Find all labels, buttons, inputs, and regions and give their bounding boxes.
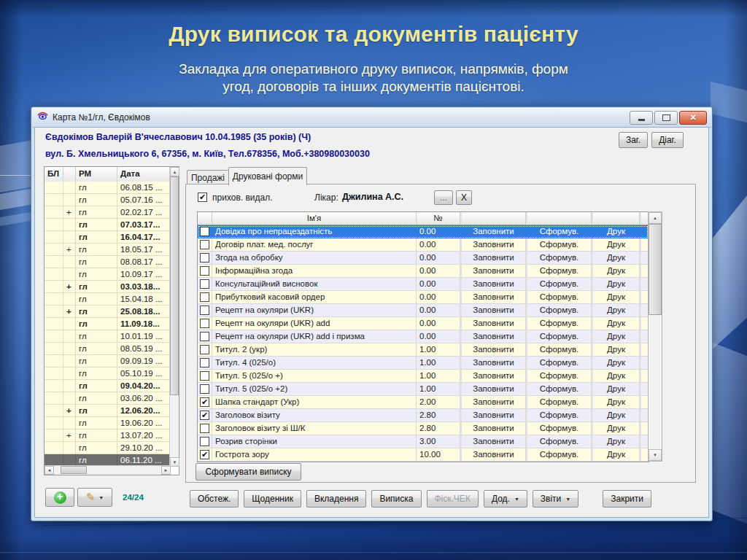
fill-button[interactable]: Заповнити xyxy=(460,357,526,370)
form-row[interactable]: Довідка про непрацездатність 0.00 Заповн… xyxy=(198,225,649,238)
generate-button[interactable]: Сформув. xyxy=(526,370,592,383)
print-button[interactable]: Друк xyxy=(592,383,640,396)
minimize-button[interactable] xyxy=(630,111,653,125)
visits-col-plus[interactable] xyxy=(63,167,76,182)
fill-button[interactable]: Заповнити xyxy=(460,383,526,396)
visits-col-bl[interactable]: БЛ xyxy=(44,167,63,182)
scrollbar-thumb[interactable] xyxy=(61,466,87,474)
fill-button[interactable]: Заповнити xyxy=(460,238,526,252)
scroll-up-icon[interactable]: ▲ xyxy=(170,167,179,176)
form-row[interactable]: Титул. 4 (025/о) 1.00 Заповнити Сформув.… xyxy=(198,357,649,370)
visit-row[interactable]: гл 29.10.20 ... xyxy=(44,442,171,454)
scroll-right-icon[interactable]: ► xyxy=(161,466,171,475)
scroll-down-icon[interactable]: ▼ xyxy=(649,449,662,461)
fill-button[interactable]: Заповнити xyxy=(460,435,526,448)
form-row[interactable]: Договір плат. мед. послуг 0.00 Заповнити… xyxy=(198,238,649,252)
scroll-up-icon[interactable]: ▲ xyxy=(649,212,662,224)
bottom-button[interactable]: Фіск.ЧЕК ▼ xyxy=(427,490,479,508)
fill-button[interactable]: Заповнити xyxy=(460,265,526,278)
form-row[interactable]: Консультаційний висновок 0.00 Заповнити … xyxy=(198,278,649,291)
generate-button[interactable]: Сформув. xyxy=(526,238,592,252)
generate-extract-button[interactable]: Сформувати виписку xyxy=(196,463,301,481)
generate-button[interactable]: Сформув. xyxy=(526,435,592,448)
scroll-down-icon[interactable]: ▼ xyxy=(170,457,179,467)
bottom-button[interactable]: Виписка ▼ xyxy=(371,490,421,508)
tab-print-forms[interactable]: Друковані форми xyxy=(228,167,307,185)
generate-button[interactable]: Сформув. xyxy=(526,252,592,265)
generate-button[interactable]: Сформув. xyxy=(526,278,592,291)
visit-row[interactable]: + гл 02.02.17 ... xyxy=(44,206,171,219)
print-button[interactable]: Друк xyxy=(592,330,640,343)
form-row[interactable]: Титул. 5 (025/о +) 1.00 Заповнити Сформу… xyxy=(198,370,649,383)
scrollbar-thumb[interactable] xyxy=(170,176,179,395)
generate-button[interactable]: Сформув. xyxy=(526,304,592,317)
visit-row[interactable]: + гл 18.05.17 ... xyxy=(44,244,171,256)
visit-row[interactable]: гл 16.04.17... xyxy=(44,231,171,244)
generate-button[interactable]: Сформув. xyxy=(526,330,592,343)
fill-button[interactable]: Заповнити xyxy=(460,278,526,291)
generate-button[interactable]: Сформув. xyxy=(526,409,592,422)
print-button[interactable]: Друк xyxy=(592,435,640,448)
visit-row[interactable]: гл 10.01.19 ... xyxy=(44,330,171,343)
visit-row[interactable]: гл 10.09.17 ... xyxy=(44,268,171,281)
scrollbar-thumb[interactable] xyxy=(649,224,662,315)
generate-button[interactable]: Сформув. xyxy=(526,396,592,409)
print-button[interactable]: Друк xyxy=(592,265,640,278)
form-row[interactable]: ✔ Гострота зору 10.00 Заповнити Сформув.… xyxy=(198,448,649,462)
print-button[interactable]: Друк xyxy=(592,409,640,422)
visits-horizontal-scrollbar[interactable]: ◄ ► xyxy=(44,465,171,475)
print-button[interactable]: Друк xyxy=(592,225,640,238)
print-button[interactable]: Друк xyxy=(592,304,640,317)
row-checkbox[interactable] xyxy=(200,253,209,262)
visits-col-date[interactable]: Дата xyxy=(117,167,171,182)
form-row[interactable]: Титул. 5 (025/о +2) 1.00 Заповнити Сформ… xyxy=(198,383,649,396)
generate-button[interactable]: Сформув. xyxy=(526,225,592,238)
fill-button[interactable]: Заповнити xyxy=(460,304,526,317)
fill-button[interactable]: Заповнити xyxy=(460,252,526,265)
form-row[interactable]: Рецепт на окуляри (UKR) add 0.00 Заповни… xyxy=(198,317,649,330)
hidden-deleted-checkbox[interactable]: ✔ xyxy=(198,192,207,202)
form-row[interactable]: Прибутковий касовий ордер 0.00 Заповнити… xyxy=(198,291,649,304)
scroll-left-icon[interactable]: ◄ xyxy=(44,466,54,475)
visit-row[interactable]: гл 09.04.20... xyxy=(44,380,171,392)
visit-row[interactable]: гл 08.08.17 ... xyxy=(44,256,171,268)
generate-button[interactable]: Сформув. xyxy=(526,422,592,435)
visit-row[interactable]: гл 06.08.15 ... xyxy=(44,182,171,194)
visit-row[interactable]: гл 11.09.18... xyxy=(44,318,171,330)
row-checkbox[interactable] xyxy=(200,384,209,394)
visit-row[interactable]: + гл 03.03.18... xyxy=(44,281,171,293)
bottom-button[interactable]: Щоденник ▼ xyxy=(244,490,301,508)
row-checkbox[interactable] xyxy=(200,240,209,249)
row-checkbox[interactable] xyxy=(200,358,209,368)
row-checkbox[interactable] xyxy=(200,227,209,236)
window-titlebar[interactable]: Карта №1/гл, Євдокімов ✕ xyxy=(32,108,711,128)
row-checkbox[interactable] xyxy=(200,332,209,341)
visit-row[interactable]: гл 03.06.20 ... xyxy=(44,392,171,405)
form-row[interactable]: ✔ Заголовок візиту 2.80 Заповнити Сформу… xyxy=(198,409,649,422)
form-row[interactable]: Розрив сторінки 3.00 Заповнити Сформув. … xyxy=(198,435,649,448)
row-checkbox[interactable] xyxy=(200,319,209,328)
visit-row[interactable]: + гл 13.07.20 ... xyxy=(44,429,171,442)
print-button[interactable]: Друк xyxy=(592,357,640,370)
forms-col-number[interactable]: № xyxy=(417,212,460,225)
form-row[interactable]: Рецепт на окуляри (UKR) add і призма 0.0… xyxy=(198,330,649,343)
print-button[interactable]: Друк xyxy=(592,291,640,304)
form-row[interactable]: Рецепт на окуляри (UKR) 0.00 Заповнити С… xyxy=(198,304,649,317)
fill-button[interactable]: Заповнити xyxy=(460,409,526,422)
row-checkbox[interactable] xyxy=(200,266,209,276)
visit-row[interactable]: гл 15.04.18 ... xyxy=(44,293,171,306)
bottom-button[interactable]: Закрити ▼ xyxy=(603,490,651,508)
row-checkbox[interactable] xyxy=(200,292,209,302)
diag-button[interactable]: Діаг. xyxy=(651,132,684,148)
print-button[interactable]: Друк xyxy=(592,278,640,291)
generate-button[interactable]: Сформув. xyxy=(526,265,592,278)
fill-button[interactable]: Заповнити xyxy=(460,396,526,409)
bottom-button[interactable]: Дод. ▼ xyxy=(484,490,527,508)
form-row[interactable]: Титул. 2 (укр) 1.00 Заповнити Сформув. Д… xyxy=(198,343,649,357)
row-checkbox[interactable]: ✔ xyxy=(200,397,209,407)
generate-button[interactable]: Сформув. xyxy=(526,383,592,396)
visit-row[interactable]: гл 05.07.16 ... xyxy=(44,194,171,206)
print-button[interactable]: Друк xyxy=(592,317,640,330)
fill-button[interactable]: Заповнити xyxy=(460,225,526,238)
generate-button[interactable]: Сформув. xyxy=(526,343,592,357)
